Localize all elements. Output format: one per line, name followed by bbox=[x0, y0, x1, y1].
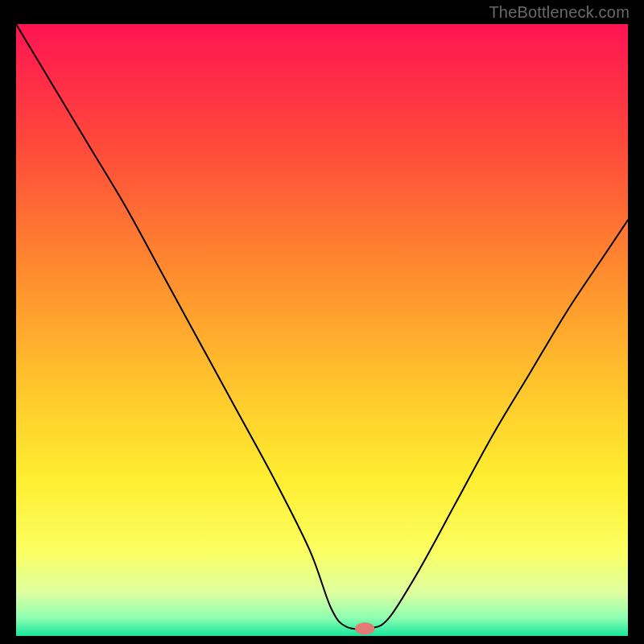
optimum-marker bbox=[355, 622, 374, 634]
plot-background bbox=[16, 24, 628, 636]
bottleneck-plot bbox=[16, 24, 628, 636]
watermark-text: TheBottleneck.com bbox=[489, 3, 630, 22]
chart-frame: TheBottleneck.com bbox=[0, 0, 644, 644]
